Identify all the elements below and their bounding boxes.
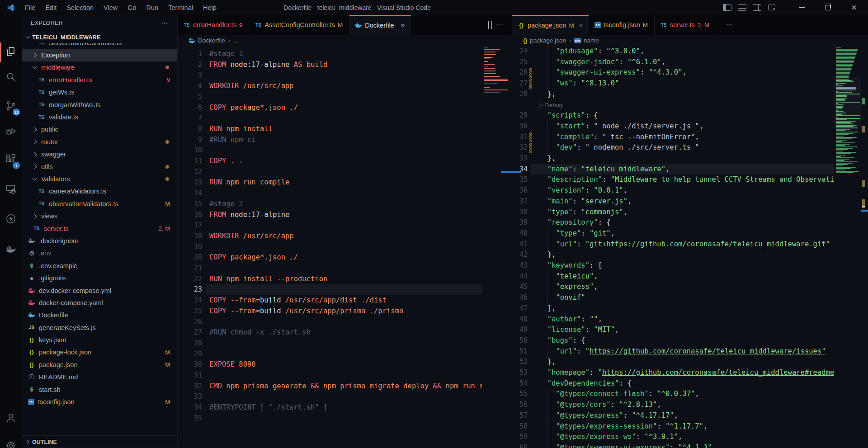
activitybar-explorer[interactable] xyxy=(0,41,22,64)
code-line-2[interactable]: 2FROM node:17-alpine AS build xyxy=(178,60,482,71)
tree-item-server-ts[interactable]: TSserver.ts2, M xyxy=(22,222,177,235)
code-line-44[interactable]: 44 "teleicu", xyxy=(512,271,834,282)
code-line-20[interactable]: 20COPY package*.json ./ xyxy=(178,252,482,263)
code-line-56[interactable]: 56 "@types/cors": "^2.8.13", xyxy=(512,400,834,410)
code-line-48[interactable]: 48 "author": "", xyxy=(512,314,834,325)
code-line-27[interactable]: 27#RUN chmod +x ./start.sh xyxy=(178,327,482,338)
activitybar-run-and-debug[interactable] xyxy=(0,120,22,144)
menu-edit[interactable]: Edit xyxy=(40,0,61,15)
code-line-45[interactable]: 45 "express", xyxy=(512,282,834,292)
tree-item-readme-md[interactable]: ⓘREADME.md xyxy=(22,371,177,383)
activitybar-remote-explorer[interactable] xyxy=(0,178,22,202)
code-line-42[interactable]: 42 }, xyxy=(512,250,834,260)
tree-item-middleware[interactable]: middleware xyxy=(22,61,177,74)
breadcrumb[interactable]: Dockerfile›... xyxy=(178,35,512,46)
tree-item--env-example[interactable]: $.env.example xyxy=(22,259,177,272)
tree-item-swagger[interactable]: swagger xyxy=(22,148,177,160)
code-line-58[interactable]: 58 "@types/express-session": "^1.17.7", xyxy=(512,421,834,432)
code-line-36[interactable]: 36 "version": "0.0.1", xyxy=(512,185,834,196)
code-line-6[interactable]: 6COPY package*.json ./ xyxy=(178,103,482,113)
code-line-8[interactable]: 8RUN npm install xyxy=(178,124,482,135)
workspace-root-row[interactable]: TELEICU_MIDDLEWARE xyxy=(22,31,177,43)
activitybar-search[interactable] xyxy=(0,66,22,90)
code-line-26[interactable]: 26 xyxy=(178,317,482,328)
tree-item-errorhandler-ts[interactable]: TSerrorHandler.ts9 xyxy=(22,74,177,86)
code-line-30[interactable]: 30 "start": " node ./dist/server.js ", xyxy=(512,121,834,132)
code-line-33[interactable]: 33 }, xyxy=(512,153,834,164)
code-line-12[interactable]: 12 xyxy=(178,167,482,178)
tree-item--dockerignore[interactable]: .dockerignore xyxy=(22,235,177,247)
code-line-9[interactable]: 9#RUN npm ci xyxy=(178,135,482,146)
minimize-button[interactable] xyxy=(791,0,812,15)
close-icon[interactable]: ✕ xyxy=(401,22,405,29)
toggle-panel-icon[interactable] xyxy=(738,4,746,11)
menu-go[interactable]: Go xyxy=(123,0,141,15)
tab-dockerfile[interactable]: Dockerfile✕ xyxy=(349,15,411,35)
menu-run[interactable]: Run xyxy=(142,0,164,15)
code-line-32[interactable]: 32 "dev": " nodemon ./src/server.ts " xyxy=(512,142,834,153)
tree-item-docker-compose-yaml[interactable]: docker-compose.yaml xyxy=(22,297,177,309)
tree-item-cameravalidators-ts[interactable]: TScameraValidators.ts xyxy=(22,185,177,198)
code-line-17[interactable]: 17 xyxy=(178,220,482,231)
code-line-43[interactable]: 43 "keywords": [ xyxy=(512,260,834,271)
menu-selection[interactable]: Selection xyxy=(61,0,99,15)
code-line-34[interactable]: 34#ENTRYPOINT [ "./start.sh" ] xyxy=(178,402,482,413)
code-line-21[interactable]: 21 xyxy=(178,263,482,274)
activitybar-settings[interactable] xyxy=(0,435,22,448)
toggle-sidebar-icon[interactable] xyxy=(723,4,731,11)
code-line-38[interactable]: 38 "type": "commonjs", xyxy=(512,207,834,218)
code-line-4[interactable]: 4WORKDIR /usr/src/app xyxy=(178,81,482,92)
explorer-more-actions-icon[interactable]: ⋯ xyxy=(161,19,168,27)
code-line-18[interactable]: 18WORKDIR /usr/src/app xyxy=(178,231,482,242)
more-icon[interactable]: ⋯ xyxy=(496,21,504,29)
code-line-51[interactable]: 51 "url": "https://github.com/coronasafe… xyxy=(512,346,834,357)
code-line-7[interactable]: 7 xyxy=(178,113,482,124)
code-line-35[interactable]: 35 xyxy=(178,413,482,424)
activitybar-source-control[interactable]: 12 xyxy=(0,95,22,118)
code-line-1[interactable]: 1#stage 1 xyxy=(178,49,482,60)
code-line-15[interactable]: 15#stage 2 xyxy=(178,199,482,210)
code-line-37[interactable]: 37 "main": "server.js", xyxy=(512,196,834,207)
code-line-30[interactable]: 30EXPOSE 8090 xyxy=(178,359,482,370)
tree-item-start-sh[interactable]: $start.sh xyxy=(22,383,177,396)
tree-item-utils[interactable]: utils xyxy=(22,160,177,173)
code-line-5[interactable]: 5 xyxy=(178,92,482,103)
code-line-31[interactable]: 31 xyxy=(178,370,482,381)
code-line-46[interactable]: 46 "onvif" xyxy=(512,292,834,303)
code-line-25[interactable]: 25COPY --from=build /usr/src/app/prisma … xyxy=(178,306,482,317)
tree-item-observationvalidators-ts[interactable]: TSobservationValidators.tsM xyxy=(22,198,177,210)
tab-assetconfigcontroller-ts[interactable]: TSAssetConfigController.tsM xyxy=(249,15,349,35)
tree-item-keys-json[interactable]: {}keys.json xyxy=(22,334,177,346)
code-line-10[interactable]: 10 xyxy=(178,145,482,156)
code-line-34[interactable]: 34 "name": "teleicu_middleware", xyxy=(512,164,834,175)
more-icon[interactable]: ⋯ xyxy=(726,21,733,29)
menu-help[interactable]: Help xyxy=(198,0,222,15)
code-line-41[interactable]: 41 "url": "git+https://github.com/corona… xyxy=(512,239,834,250)
codelens-debug[interactable]: ▷ Debug xyxy=(539,100,562,111)
tab-package-json[interactable]: {}package.jsonM✕ xyxy=(512,15,589,35)
activitybar-accounts[interactable] xyxy=(0,407,22,430)
menu-view[interactable]: View xyxy=(99,0,123,15)
code-line-53[interactable]: 53 "homepage": "https://github.com/coron… xyxy=(512,368,834,378)
tree-item-validate-ts[interactable]: TSvalidate.ts xyxy=(22,111,177,123)
tree-item-views[interactable]: views xyxy=(22,210,177,222)
tab-tsconfig-json[interactable]: TStsconfig.jsonM xyxy=(589,15,655,35)
code-line-16[interactable]: 16FROM node:17-alpine xyxy=(178,210,482,221)
code-line-57[interactable]: 57 "@types/express": "^4.17.17", xyxy=(512,410,834,421)
code-line-22[interactable]: 22RUN npm install --production xyxy=(178,274,482,285)
close-button[interactable]: ✕ xyxy=(844,0,864,15)
code-line-25[interactable]: 25 "swagger-jsdoc": "^6.1.0", xyxy=(512,57,834,68)
code-line-14[interactable]: 14 xyxy=(178,188,482,199)
customize-layout-icon[interactable] xyxy=(768,4,776,11)
tree-item-package-json[interactable]: {}package.jsonM xyxy=(22,358,177,371)
code-line-55[interactable]: 55 "@types/connect-flash": "^0.0.37", xyxy=(512,389,834,400)
restore-button[interactable] xyxy=(817,0,838,15)
tree-item-serverstatuscontroller-ts[interactable]: TSServerStatusController.ts xyxy=(22,43,177,49)
breadcrumb[interactable]: {}package.json›abcname xyxy=(512,35,868,46)
tree-item-validators[interactable]: Validators xyxy=(22,173,177,185)
tree-item-getws-ts[interactable]: TSgetWs.ts xyxy=(22,86,177,99)
code-line-27[interactable]: 27 "ws": "^8.13.0" xyxy=(512,78,834,89)
split-editor-icon[interactable] xyxy=(488,21,489,29)
activitybar-extensions[interactable]: 1 xyxy=(0,148,22,172)
code-line-33[interactable]: 33 xyxy=(178,391,482,402)
